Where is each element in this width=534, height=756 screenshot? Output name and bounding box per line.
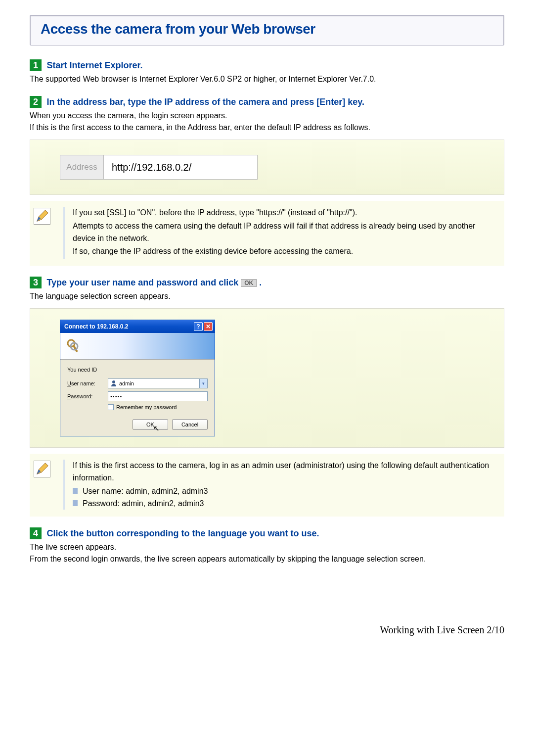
dialog-ok-button[interactable]: OK ↖ [133, 419, 168, 430]
user-icon [110, 380, 117, 387]
page-title-panel: Access the camera from your Web browser [30, 15, 504, 46]
username-label: User name: [67, 380, 108, 386]
step-4-heading: Click the button corresponding to the la… [46, 528, 319, 538]
step-3: 3 Type your user name and password and c… [30, 277, 504, 288]
dialog-header-image [60, 333, 215, 360]
step-3-heading-period: . [259, 278, 262, 287]
step-3-heading: Type your user name and password and cli… [46, 278, 262, 287]
note-ssl-line1: If you set [SSL] to "ON", before the IP … [73, 207, 494, 219]
cursor-icon: ↖ [153, 424, 160, 433]
dialog-button-row: OK ↖ Cancel [67, 419, 208, 430]
username-row: User name: admin ▾ [67, 378, 208, 388]
step-2-heading: In the address bar, type the IP address … [46, 97, 364, 107]
address-bar: Address http://192.168.0.2/ [60, 155, 258, 180]
dialog-need-id: You need ID [67, 367, 208, 373]
page-title: Access the camera from your Web browser [41, 21, 493, 37]
note-default-intro: If this is the first access to the camer… [73, 460, 494, 484]
keys-icon [65, 337, 83, 355]
note-ssl-line3: If so, change the IP address of the exis… [73, 245, 494, 258]
login-dialog: Connect to 192.168.0.2 ? ✕ You need ID U… [60, 320, 215, 436]
step-1-heading: Start Internet Explorer. [46, 60, 142, 70]
login-dialog-panel: Connect to 192.168.0.2 ? ✕ You need ID U… [30, 308, 504, 448]
note-ssl-body: If you set [SSL] to "ON", before the IP … [73, 207, 494, 259]
remember-label: Remember my password [116, 404, 177, 410]
chevron-down-icon[interactable]: ▾ [199, 379, 207, 388]
note-icon-column-2 [34, 460, 63, 510]
dialog-title: Connect to 192.168.0.2 [64, 323, 128, 330]
step-3-body: The language selection screen appears. [30, 290, 504, 302]
note-ssl: If you set [SSL] to "ON", before the IP … [30, 201, 504, 266]
step-1: 1 Start Internet Explorer. [30, 59, 504, 71]
password-row: Password: ••••• [67, 391, 208, 401]
inline-ok-button: OK [241, 279, 257, 287]
address-value: http://192.168.0.2/ [104, 155, 257, 179]
address-label: Address [60, 155, 104, 179]
password-input[interactable]: ••••• [108, 391, 208, 401]
dialog-titlebar: Connect to 192.168.0.2 ? ✕ [60, 320, 215, 333]
remember-row[interactable]: Remember my password [108, 404, 208, 410]
dialog-body: You need ID User name: admin ▾ Password:… [60, 360, 215, 436]
page-footer: Working with Live Screen 2/10 [30, 624, 504, 636]
svg-point-5 [112, 380, 115, 383]
note-default-list: User name: admin, admin2, admin3 Passwor… [73, 485, 494, 510]
note-default-password: Password: admin, admin2, admin3 [73, 498, 494, 510]
step-number-2: 2 [30, 96, 42, 108]
note-icon-column [34, 207, 63, 259]
password-value: ••••• [110, 393, 122, 399]
step-3-heading-text: Type your user name and password and cli… [46, 278, 238, 287]
dialog-cancel-button[interactable]: Cancel [172, 419, 208, 430]
password-label: Password: [67, 393, 108, 399]
username-combobox[interactable]: admin ▾ [108, 378, 208, 388]
address-example-panel: Address http://192.168.0.2/ [30, 140, 504, 195]
step-2-body-1: When you access the camera, the login sc… [30, 110, 504, 122]
dialog-close-button[interactable]: ✕ [204, 322, 213, 331]
note-divider-2 [63, 460, 65, 510]
step-number-3: 3 [30, 277, 42, 288]
step-4-body-2: From the second login onwards, the live … [30, 553, 504, 565]
step-4-body-1: The live screen appears. [30, 541, 504, 553]
dialog-help-button[interactable]: ? [194, 322, 203, 331]
cancel-label: Cancel [181, 422, 198, 427]
step-1-body: The supported Web browser is Internet Ex… [30, 73, 504, 85]
username-value: admin [119, 380, 199, 386]
note-ssl-line2: Attempts to access the camera using the … [73, 220, 494, 245]
step-number-4: 4 [30, 527, 42, 539]
step-number-1: 1 [30, 59, 42, 71]
step-2: 2 In the address bar, type the IP addres… [30, 96, 504, 108]
note-divider [63, 207, 65, 259]
remember-checkbox[interactable] [108, 404, 114, 410]
note-default-login-body: If this is the first access to the camer… [73, 460, 494, 510]
step-2-body-2: If this is the first access to the camer… [30, 122, 504, 134]
note-default-login: If this is the first access to the camer… [30, 454, 504, 517]
pencil-note-icon [34, 461, 50, 477]
note-default-username: User name: admin, admin2, admin3 [73, 485, 494, 498]
step-4: 4 Click the button corresponding to the … [30, 527, 504, 539]
pencil-note-icon [34, 208, 50, 225]
